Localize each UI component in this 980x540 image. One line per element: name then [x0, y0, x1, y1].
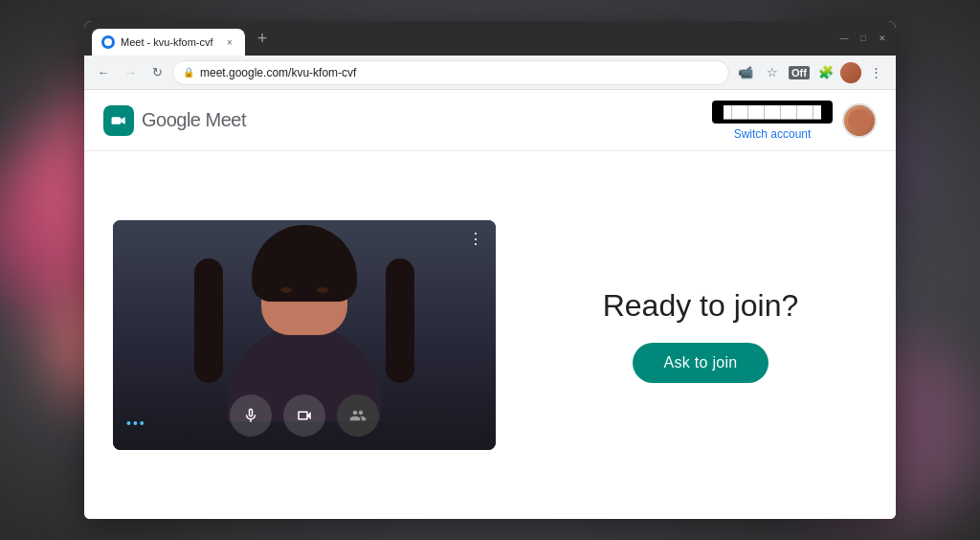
- hair-left: [194, 259, 223, 383]
- extensions-icon[interactable]: 🧩: [813, 60, 838, 85]
- switch-account-link[interactable]: Switch account: [734, 127, 812, 141]
- tab-favicon: [101, 35, 115, 49]
- chrome-profile-avatar[interactable]: [840, 62, 861, 83]
- close-window-button[interactable]: ✕: [877, 33, 888, 44]
- person-head: [261, 239, 347, 335]
- omnibar-row: ← → ↻ 🔒 meet.google.com/kvu-kfom-cvf 📹 ☆…: [84, 56, 896, 90]
- hair-right: [386, 259, 414, 383]
- tab-favicon-inner: [104, 38, 112, 46]
- omnibox-url: meet.google.com/kvu-kfom-cvf: [200, 66, 719, 79]
- maximize-button[interactable]: □: [858, 33, 869, 44]
- google-meet-logo: Google Meet: [103, 105, 246, 136]
- meet-logo-icon: [103, 105, 134, 136]
- toolbar-icons: 📹 ☆ Off 🧩 ⋮: [733, 60, 888, 85]
- lock-icon: 🔒: [183, 67, 194, 78]
- mic-button[interactable]: [230, 394, 272, 437]
- svg-rect-0: [112, 117, 122, 124]
- screen-share-icon[interactable]: 📹: [733, 60, 758, 85]
- forward-button: →: [119, 61, 142, 84]
- page-header: Google Meet ████████████ Switch account: [84, 90, 896, 151]
- hair-top: [252, 225, 357, 302]
- main-area: ⋮ •••: [84, 151, 896, 519]
- eye-right: [317, 287, 328, 293]
- minimize-button[interactable]: —: [838, 33, 850, 44]
- video-controls: [113, 394, 496, 437]
- user-avatar[interactable]: [842, 103, 877, 138]
- effects-button[interactable]: [337, 394, 379, 437]
- video-more-options[interactable]: ⋮: [468, 230, 484, 248]
- page-content: Google Meet ████████████ Switch account: [84, 90, 896, 519]
- effects-icon: [349, 407, 367, 424]
- switch-account-section: ████████████ Switch account: [712, 101, 833, 141]
- browser-window: Meet - kvu-kfom-cvf × + — □ ✕ ← → ↻ 🔒 me…: [84, 21, 896, 519]
- right-panel: Ready to join? Ask to join: [534, 288, 867, 383]
- tab-close-button[interactable]: ×: [222, 34, 237, 50]
- tab-title: Meet - kvu-kfom-cvf: [121, 36, 216, 48]
- tabs-area: Meet - kvu-kfom-cvf × +: [92, 21, 831, 56]
- camera-button[interactable]: [283, 394, 325, 437]
- camera-icon: [296, 407, 313, 424]
- reload-button[interactable]: ↻: [145, 61, 168, 84]
- title-bar: Meet - kvu-kfom-cvf × + — □ ✕: [84, 21, 896, 56]
- ask-to-join-button[interactable]: Ask to join: [633, 343, 768, 383]
- video-preview: ⋮ •••: [113, 220, 496, 450]
- window-controls: — □ ✕: [838, 33, 888, 44]
- chrome-menu-icon[interactable]: ⋮: [863, 60, 888, 85]
- ready-to-join-text: Ready to join?: [603, 288, 799, 324]
- eye-left: [280, 287, 292, 293]
- meet-logo-text: Google Meet: [142, 109, 246, 131]
- account-label-box: ████████████: [712, 101, 833, 124]
- header-right: ████████████ Switch account: [712, 101, 877, 141]
- back-button[interactable]: ←: [92, 61, 115, 84]
- active-tab[interactable]: Meet - kvu-kfom-cvf ×: [92, 29, 245, 56]
- bookmark-icon[interactable]: ☆: [760, 60, 785, 85]
- mic-icon: [242, 407, 259, 424]
- omnibox[interactable]: 🔒 meet.google.com/kvu-kfom-cvf: [172, 60, 729, 85]
- printer-icon[interactable]: Off: [787, 60, 812, 85]
- new-tab-button[interactable]: +: [249, 25, 276, 52]
